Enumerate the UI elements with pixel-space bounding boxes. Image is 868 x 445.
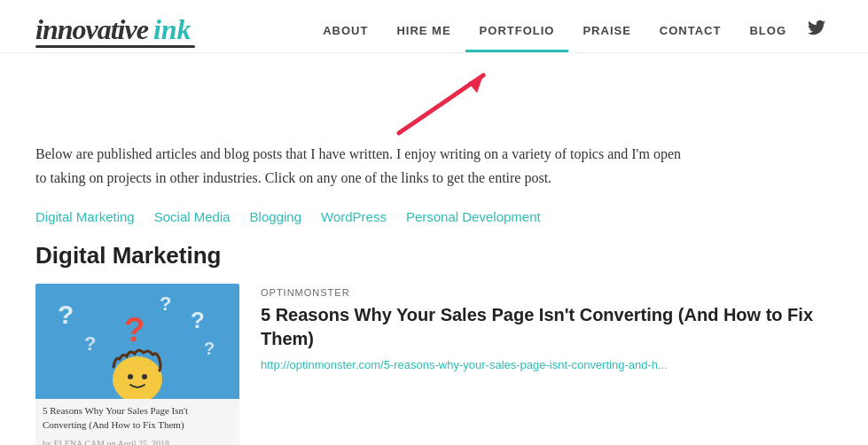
article-info: OPTINMONSTER 5 Reasons Why Your Sales Pa… bbox=[261, 284, 833, 371]
article-source: OPTINMONSTER bbox=[261, 287, 833, 298]
arrow-annotation bbox=[346, 58, 523, 142]
logo[interactable]: innovative ink bbox=[35, 15, 195, 48]
category-personal-development[interactable]: Personal Development bbox=[406, 209, 541, 224]
main-content: Below are published articles and blog po… bbox=[0, 142, 868, 445]
category-wordpress[interactable]: WordPress bbox=[321, 209, 387, 224]
article-url[interactable]: http://optinmonster.com/5-reasons-why-yo… bbox=[261, 358, 833, 371]
svg-point-11 bbox=[142, 374, 147, 379]
header: innovative ink ABOUT HIRE ME PORTFOLIO P… bbox=[0, 0, 868, 53]
category-links: Digital Marketing Social Media Blogging … bbox=[35, 209, 833, 224]
svg-point-10 bbox=[128, 374, 133, 379]
svg-text:?: ? bbox=[58, 300, 74, 329]
nav-contact[interactable]: CONTACT bbox=[645, 15, 736, 52]
annotation-area bbox=[0, 53, 868, 142]
nav-blog[interactable]: BLOG bbox=[735, 15, 801, 52]
svg-text:?: ? bbox=[84, 332, 96, 355]
nav-hire-me[interactable]: HIRE ME bbox=[382, 15, 465, 52]
thumb-byline: by ELENA CAM on April 25, 2018 bbox=[35, 437, 239, 445]
category-social-media[interactable]: Social Media bbox=[154, 209, 231, 224]
logo-innovative: innovative bbox=[35, 15, 148, 43]
main-nav: ABOUT HIRE ME PORTFOLIO PRAISE CONTACT B… bbox=[309, 11, 833, 52]
article-thumbnail[interactable]: ? ? ? ? ? ? 5 Reas bbox=[35, 284, 239, 445]
nav-praise[interactable]: PRAISE bbox=[568, 15, 645, 52]
section-title-digital-marketing: Digital Marketing bbox=[35, 242, 833, 269]
svg-text:?: ? bbox=[191, 307, 205, 333]
logo-underline bbox=[35, 45, 195, 48]
article-row: ? ? ? ? ? ? 5 Reas bbox=[35, 284, 833, 445]
svg-text:?: ? bbox=[124, 311, 145, 348]
thumb-caption: 5 Reasons Why Your Sales Page Isn't Conv… bbox=[35, 399, 239, 437]
twitter-icon[interactable] bbox=[801, 11, 833, 52]
nav-about[interactable]: ABOUT bbox=[309, 15, 382, 52]
article-title[interactable]: 5 Reasons Why Your Sales Page Isn't Conv… bbox=[261, 303, 833, 351]
nav-portfolio[interactable]: PORTFOLIO bbox=[465, 15, 569, 52]
intro-paragraph: Below are published articles and blog po… bbox=[35, 142, 692, 190]
category-blogging[interactable]: Blogging bbox=[250, 209, 301, 224]
category-digital-marketing[interactable]: Digital Marketing bbox=[35, 209, 135, 224]
logo-ink: ink bbox=[153, 15, 192, 43]
svg-text:?: ? bbox=[160, 293, 171, 315]
thumb-image: ? ? ? ? ? ? bbox=[35, 284, 239, 399]
svg-text:?: ? bbox=[204, 339, 215, 358]
